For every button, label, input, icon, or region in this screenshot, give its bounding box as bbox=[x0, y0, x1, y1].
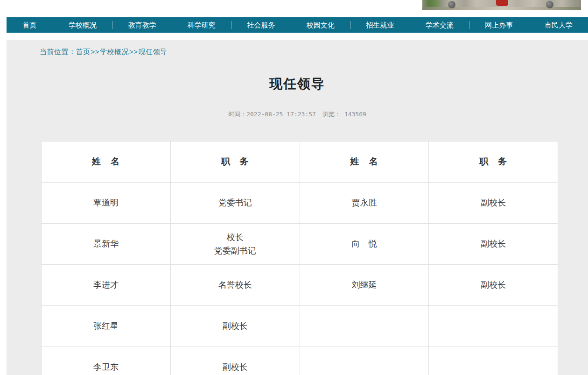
cell-position: 副校长 bbox=[170, 306, 300, 347]
time-value: 2022-08-25 17:23:57 bbox=[246, 111, 316, 118]
breadcrumb-link-current-leaders[interactable]: 现任领导 bbox=[139, 48, 168, 56]
banner-paving bbox=[422, 7, 581, 10]
nav-item-academic-exchange[interactable]: 学术交流 bbox=[410, 21, 469, 29]
breadcrumb-link-home[interactable]: 首页 bbox=[76, 48, 91, 56]
views-value: 143509 bbox=[344, 111, 366, 118]
banner-stone-sphere bbox=[546, 1, 553, 8]
nav-item-campus-culture[interactable]: 校园文化 bbox=[291, 21, 350, 29]
leaders-table: 姓 名 职 务 姓 名 职 务 覃道明 党委书记 贾永胜 副校长 景新华 校长 … bbox=[41, 141, 558, 375]
breadcrumb: 当前位置：首页>>学校概况>>现任领导 bbox=[40, 48, 168, 57]
breadcrumb-separator: >> bbox=[91, 48, 100, 56]
nav-item-home[interactable]: 首页 bbox=[7, 21, 53, 29]
table-header-row: 姓 名 职 务 姓 名 职 务 bbox=[42, 142, 558, 183]
header-position-2: 职 务 bbox=[429, 142, 558, 183]
banner-red-sculpture bbox=[496, 0, 508, 6]
cell-name bbox=[300, 306, 429, 347]
breadcrumb-label: 当前位置： bbox=[40, 48, 76, 56]
main-navbar: 首页 学校概况 教育教学 科学研究 社会服务 校园文化 招生就业 学术交流 网上… bbox=[7, 17, 588, 33]
nav-item-education-teaching[interactable]: 教育教学 bbox=[112, 21, 171, 29]
views-label: 浏览： bbox=[322, 111, 341, 118]
leaders-table-wrapper: 姓 名 职 务 姓 名 职 务 覃道明 党委书记 贾永胜 副校长 景新华 校长 … bbox=[41, 141, 558, 375]
content-panel: 当前位置：首页>>学校概况>>现任领导 现任领导 时间：2022-08-25 1… bbox=[7, 40, 588, 375]
cell-name: 刘继延 bbox=[300, 265, 429, 306]
cell-name bbox=[300, 347, 429, 375]
cell-name: 李进才 bbox=[42, 265, 171, 306]
nav-item-social-service[interactable]: 社会服务 bbox=[231, 21, 290, 29]
cell-position: 副校长 bbox=[429, 265, 558, 306]
cell-name: 覃道明 bbox=[42, 183, 171, 224]
cell-position: 党委书记 bbox=[170, 183, 300, 224]
header-position-1: 职 务 bbox=[170, 142, 300, 183]
nav-item-scientific-research[interactable]: 科学研究 bbox=[172, 21, 231, 29]
cell-name: 贾永胜 bbox=[300, 183, 429, 224]
table-row: 张红星 副校长 bbox=[42, 306, 558, 347]
time-label: 时间： bbox=[228, 111, 246, 118]
cell-name: 张红星 bbox=[42, 306, 171, 347]
cell-position: 校长 党委副书记 bbox=[170, 224, 300, 265]
nav-item-citizen-university[interactable]: 市民大学 bbox=[529, 21, 588, 29]
cell-position: 副校长 bbox=[429, 224, 558, 265]
header-name-1: 姓 名 bbox=[42, 142, 171, 183]
article-meta: 时间：2022-08-25 17:23:57浏览：143509 bbox=[7, 110, 588, 119]
campus-banner-image bbox=[422, 0, 581, 10]
table-row: 覃道明 党委书记 贾永胜 副校长 bbox=[42, 183, 558, 224]
cell-name: 向 悦 bbox=[300, 224, 429, 265]
table-row: 李进才 名誉校长 刘继延 副校长 bbox=[42, 265, 558, 306]
cell-position bbox=[429, 347, 558, 375]
nav-item-admissions-employment[interactable]: 招生就业 bbox=[350, 21, 409, 29]
cell-position: 副校长 bbox=[170, 347, 300, 375]
header-name-2: 姓 名 bbox=[300, 142, 429, 183]
cell-position bbox=[429, 306, 558, 347]
page-title: 现任领导 bbox=[7, 75, 588, 93]
breadcrumb-separator: >> bbox=[129, 48, 138, 56]
banner-stone-sphere bbox=[448, 1, 455, 8]
cell-name: 李卫东 bbox=[42, 347, 171, 375]
cell-position: 名誉校长 bbox=[170, 265, 300, 306]
cell-name: 景新华 bbox=[42, 224, 171, 265]
nav-item-online-services[interactable]: 网上办事 bbox=[469, 21, 528, 29]
cell-position: 副校长 bbox=[429, 183, 558, 224]
nav-item-school-overview[interactable]: 学校概况 bbox=[53, 21, 112, 29]
table-row: 李卫东 副校长 bbox=[42, 347, 558, 375]
table-row: 景新华 校长 党委副书记 向 悦 副校长 bbox=[42, 224, 558, 265]
breadcrumb-link-school-overview[interactable]: 学校概况 bbox=[100, 48, 129, 56]
